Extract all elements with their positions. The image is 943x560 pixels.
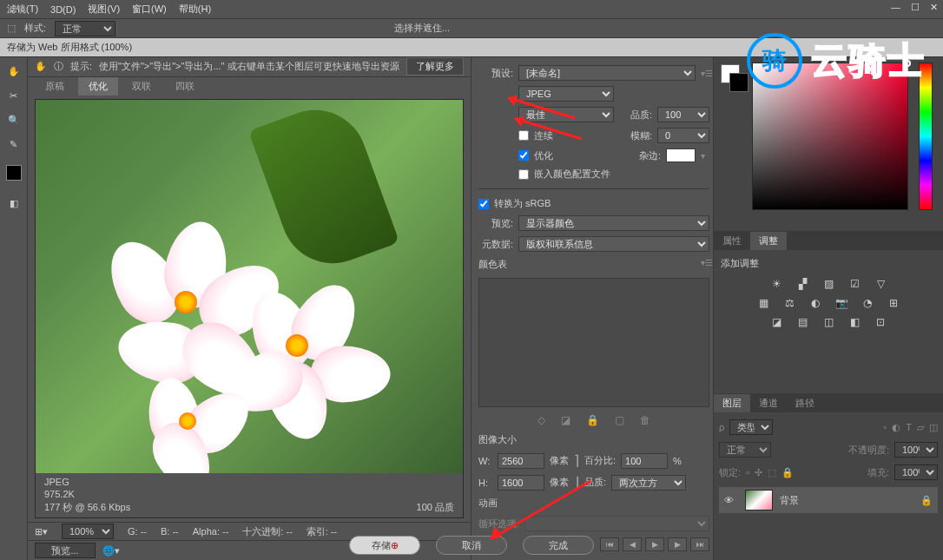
nav-icon[interactable]: ⊞▾: [35, 526, 48, 537]
tab-original[interactable]: 原稿: [35, 77, 75, 96]
anim-first-icon[interactable]: ⏮: [600, 537, 619, 551]
tab-paths[interactable]: 路径: [787, 394, 823, 412]
tab-properties[interactable]: 属性: [714, 232, 750, 250]
adj-bw-icon[interactable]: ◐: [807, 296, 824, 310]
tab-2up[interactable]: 双联: [122, 77, 162, 96]
hand-tool-icon[interactable]: ✋: [5, 63, 23, 80]
quality-value-select[interactable]: 100: [657, 107, 709, 122]
color-field[interactable]: [752, 63, 908, 210]
preset-select[interactable]: [未命名]: [518, 65, 696, 81]
quality-preset-select[interactable]: 最佳: [518, 107, 614, 122]
adj-invert-icon[interactable]: ◪: [768, 315, 785, 329]
layer-row-background[interactable]: 👁 背景 🔒: [719, 487, 938, 513]
layer-kind-select[interactable]: 类型: [729, 419, 773, 435]
format-select[interactable]: JPEG: [518, 86, 614, 102]
tab-channels[interactable]: 通道: [750, 394, 787, 412]
ct-shift-icon[interactable]: ◪: [561, 414, 570, 426]
fill-select[interactable]: 100%: [894, 464, 938, 480]
matte-color[interactable]: [666, 148, 696, 162]
height-input[interactable]: [498, 475, 544, 491]
filter-shape-icon[interactable]: ▱: [917, 422, 924, 433]
menu-filter[interactable]: 滤镜(T): [7, 3, 38, 16]
lock-pixels-icon[interactable]: ▫: [746, 467, 749, 478]
menu-3d[interactable]: 3D(D): [50, 4, 76, 15]
adj-lookup-icon[interactable]: ⊞: [885, 296, 902, 310]
menu-help[interactable]: 帮助(H): [179, 3, 211, 16]
ct-new-icon[interactable]: ▢: [615, 414, 624, 426]
optimized-checkbox[interactable]: [518, 150, 529, 161]
adj-threshold-icon[interactable]: ◫: [820, 315, 837, 329]
adj-exposure-icon[interactable]: ☑: [846, 277, 863, 291]
convert-srgb-checkbox[interactable]: [478, 199, 489, 209]
eyedropper-tool-icon[interactable]: ✎: [5, 135, 23, 153]
width-input[interactable]: [498, 453, 544, 469]
opacity-select[interactable]: 100%: [894, 442, 938, 458]
zoom-select[interactable]: 100%: [62, 524, 114, 539]
filter-type-icon[interactable]: T: [906, 422, 912, 432]
adj-curves-icon[interactable]: ▨: [820, 277, 837, 291]
filter-pixel-icon[interactable]: ▫: [883, 422, 887, 432]
menu-view[interactable]: 视图(V): [88, 3, 120, 16]
select-and-mask-button[interactable]: 选择并遮住...: [394, 22, 450, 35]
preset-menu-icon[interactable]: ▾☰: [701, 69, 709, 78]
resample-select[interactable]: 两次立方: [611, 475, 686, 491]
metadata-select[interactable]: 版权和联系信息: [518, 236, 709, 252]
close-icon[interactable]: ✕: [930, 2, 938, 13]
learn-more-button[interactable]: 了解更多: [406, 57, 464, 76]
anim-last-icon[interactable]: ⏭: [690, 537, 709, 551]
done-button[interactable]: 完成: [523, 536, 594, 555]
tab-layers[interactable]: 图层: [714, 394, 750, 412]
adj-brightness-icon[interactable]: ☀: [768, 277, 785, 291]
adj-levels-icon[interactable]: ▞: [794, 277, 811, 291]
adj-gradient-icon[interactable]: ◧: [846, 315, 863, 329]
menu-window[interactable]: 窗口(W): [132, 3, 167, 16]
lock-artboard-icon[interactable]: ⬚: [768, 467, 776, 478]
color-table[interactable]: [478, 278, 709, 407]
adj-filter-icon[interactable]: 📷: [833, 296, 850, 310]
progressive-checkbox[interactable]: [518, 130, 529, 141]
style-select[interactable]: 正常: [55, 21, 115, 36]
adj-balance-icon[interactable]: ⚖: [781, 296, 798, 310]
toggle-icon[interactable]: ◧: [5, 194, 23, 212]
tab-adjustments[interactable]: 调整: [750, 232, 787, 250]
blur-select[interactable]: 0: [657, 128, 709, 143]
filter-adj-icon[interactable]: ◐: [892, 422, 900, 433]
adj-vibrance-icon[interactable]: ▽: [872, 277, 889, 291]
zoom-tool-icon[interactable]: 🔍: [5, 111, 23, 128]
ct-trash-icon[interactable]: 🗑: [640, 414, 650, 426]
colortable-menu-icon[interactable]: ▾☰: [701, 258, 709, 271]
save-button[interactable]: 存储⊕: [349, 536, 420, 555]
ct-lock-icon[interactable]: 🔒: [586, 414, 599, 426]
bg-swatch[interactable]: [729, 73, 748, 92]
foreground-swatch[interactable]: [6, 165, 22, 181]
adj-posterize-icon[interactable]: ▤: [794, 315, 811, 329]
tab-optimized[interactable]: 优化: [78, 77, 118, 96]
status-hex: 十六进制: --: [242, 525, 292, 538]
anim-next-icon[interactable]: ▶: [668, 537, 687, 551]
document-tab[interactable]: 存储为 Web 所用格式 (100%): [7, 41, 132, 54]
percent-input[interactable]: [621, 453, 668, 469]
browser-icon[interactable]: 🌐▾: [102, 545, 120, 557]
maximize-icon[interactable]: ☐: [911, 2, 920, 13]
minimize-icon[interactable]: —: [891, 2, 900, 13]
tab-4up[interactable]: 四联: [165, 77, 205, 96]
adj-selective-icon[interactable]: ⊡: [872, 315, 889, 329]
slice-tool-icon[interactable]: ✂: [5, 87, 23, 104]
adj-hue-icon[interactable]: ▦: [755, 296, 772, 310]
hue-slider[interactable]: [919, 63, 933, 210]
layer-thumbnail[interactable]: [745, 490, 773, 511]
preview-select[interactable]: 显示器颜色: [518, 215, 709, 231]
anim-prev-icon[interactable]: ◀: [623, 537, 642, 551]
preview-button[interactable]: 预览...: [35, 543, 96, 558]
ct-diamond-icon[interactable]: ◇: [537, 414, 545, 426]
lock-position-icon[interactable]: ✢: [755, 467, 762, 478]
preview-image[interactable]: [36, 100, 463, 473]
visibility-icon[interactable]: 👁: [724, 495, 738, 505]
cancel-button[interactable]: 取消: [436, 536, 507, 555]
adj-mixer-icon[interactable]: ◔: [859, 296, 876, 310]
lock-all-icon[interactable]: 🔒: [781, 467, 794, 478]
marquee-icon[interactable]: ⬚: [7, 23, 16, 34]
embed-profile-checkbox[interactable]: [518, 169, 529, 180]
filter-smart-icon[interactable]: ◫: [929, 422, 938, 433]
anim-play-icon[interactable]: ▶: [645, 537, 664, 551]
